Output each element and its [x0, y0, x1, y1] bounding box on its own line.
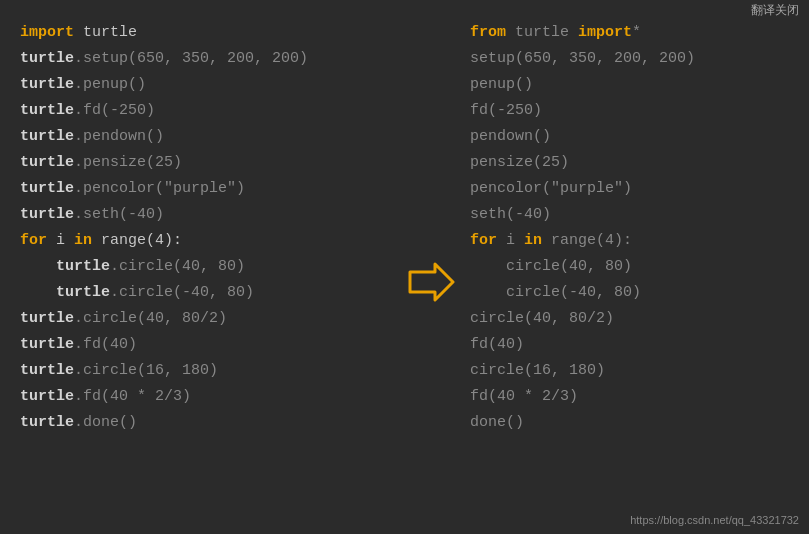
left-method-13: .fd(40) [74, 336, 137, 353]
left-line-6: turtle.pensize(25) [20, 150, 390, 176]
left-method-8: .seth(-40) [74, 206, 164, 223]
left-method-4: .fd(-250) [74, 102, 155, 119]
left-line-5: turtle.pendown() [20, 124, 390, 150]
turtle-prefix: turtle [20, 154, 74, 171]
keyword-import-right: import [578, 24, 632, 41]
right-line-14: fd(40 * 2/3) [470, 384, 799, 410]
right-line-9: circle(40, 80) [470, 254, 799, 280]
left-method-7: .pencolor("purple") [74, 180, 245, 197]
for-rest: i [47, 232, 74, 249]
right-header-line: from turtle import* [470, 20, 799, 46]
turtle-prefix: turtle [56, 284, 110, 301]
turtle-prefix: turtle [56, 258, 110, 275]
left-line-2: turtle.setup(650, 350, 200, 200) [20, 46, 390, 72]
indent [20, 284, 56, 301]
turtle-prefix: turtle [20, 362, 74, 379]
turtle-prefix: turtle [20, 414, 74, 431]
left-line-11: turtle.circle(-40, 80) [20, 280, 390, 306]
keyword-from: from [470, 24, 506, 41]
left-line-9: for i in range(4): [20, 228, 390, 254]
left-method-5: .pendown() [74, 128, 164, 145]
turtle-prefix: turtle [20, 102, 74, 119]
turtle-prefix: turtle [20, 76, 74, 93]
left-method-11: .circle(-40, 80) [110, 284, 254, 301]
right-line-5: pensize(25) [470, 150, 799, 176]
left-method-14: .circle(16, 180) [74, 362, 218, 379]
right-line-6: pencolor("purple") [470, 176, 799, 202]
left-line-4: turtle.fd(-250) [20, 98, 390, 124]
range-text: range(4): [92, 232, 182, 249]
code-container: import turtle turtle.setup(650, 350, 200… [0, 0, 809, 534]
turtle-prefix: turtle [20, 388, 74, 405]
left-method-6: .pensize(25) [74, 154, 182, 171]
left-line-7: turtle.pencolor("purple") [20, 176, 390, 202]
keyword-in-right: in [524, 232, 542, 249]
left-line-13: turtle.fd(40) [20, 332, 390, 358]
right-line-3: fd(-250) [470, 98, 799, 124]
turtle-prefix: turtle [20, 310, 74, 327]
left-method-2: .setup(650, 350, 200, 200) [74, 50, 308, 67]
turtle-prefix: turtle [20, 206, 74, 223]
left-method-10: .circle(40, 80) [110, 258, 245, 275]
right-line-11: circle(40, 80/2) [470, 306, 799, 332]
left-line-3: turtle.penup() [20, 72, 390, 98]
arrow-area [390, 20, 470, 514]
turtle-prefix: turtle [20, 336, 74, 353]
watermark: https://blog.csdn.net/qq_43321732 [630, 514, 799, 526]
right-line-13: circle(16, 180) [470, 358, 799, 384]
right-line-8: for i in range(4): [470, 228, 799, 254]
right-header-rest: turtle [506, 24, 578, 41]
left-line-16: turtle.done() [20, 410, 390, 436]
left-panel: import turtle turtle.setup(650, 350, 200… [20, 20, 390, 514]
left-method-12: .circle(40, 80/2) [74, 310, 227, 327]
keyword-import: import [20, 24, 74, 41]
left-line-10: turtle.circle(40, 80) [20, 254, 390, 280]
right-line-12: fd(40) [470, 332, 799, 358]
turtle-prefix: turtle [20, 180, 74, 197]
turtle-prefix: turtle [20, 128, 74, 145]
right-line-15: done() [470, 410, 799, 436]
left-line-14: turtle.circle(16, 180) [20, 358, 390, 384]
keyword-for: for [20, 232, 47, 249]
left-import-rest: turtle [74, 24, 137, 41]
keyword-in: in [74, 232, 92, 249]
svg-marker-0 [410, 264, 453, 300]
right-panel: from turtle import* setup(650, 350, 200,… [470, 20, 799, 514]
right-line-1: setup(650, 350, 200, 200) [470, 46, 799, 72]
left-line-1: import turtle [20, 20, 390, 46]
keyword-for-right: for [470, 232, 497, 249]
left-method-3: .penup() [74, 76, 146, 93]
right-line-7: seth(-40) [470, 202, 799, 228]
left-method-16: .done() [74, 414, 137, 431]
turtle-prefix: turtle [20, 50, 74, 67]
right-header-star: * [632, 24, 641, 41]
right-arrow-icon [405, 262, 455, 302]
left-line-15: turtle.fd(40 * 2/3) [20, 384, 390, 410]
right-line-2: penup() [470, 72, 799, 98]
top-right-decoration: 翻译关闭 [751, 2, 799, 19]
left-method-15: .fd(40 * 2/3) [74, 388, 191, 405]
left-line-8: turtle.seth(-40) [20, 202, 390, 228]
right-line-10: circle(-40, 80) [470, 280, 799, 306]
left-line-12: turtle.circle(40, 80/2) [20, 306, 390, 332]
indent [20, 258, 56, 275]
right-line-4: pendown() [470, 124, 799, 150]
